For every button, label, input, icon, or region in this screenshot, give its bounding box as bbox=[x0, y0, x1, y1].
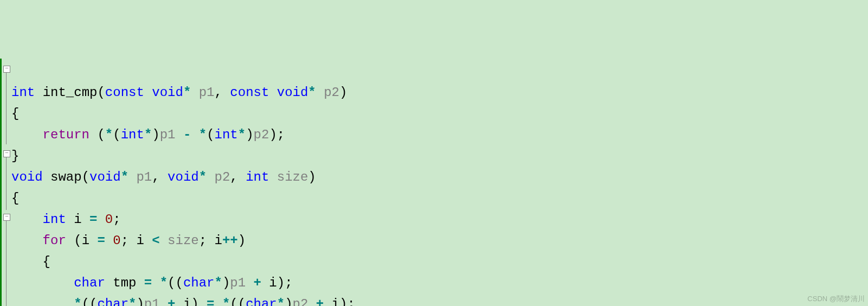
fold-box-icon[interactable]: − bbox=[3, 150, 10, 157]
code-area: int int_cmp(const void* p1, const void* … bbox=[11, 59, 868, 306]
code-editor: − − − int int_cmp(const void* p1, const … bbox=[0, 59, 868, 306]
code-line: int int_cmp(const void* p1, const void* … bbox=[11, 82, 868, 103]
code-line: return (*(int*)p1 - *(int*)p2); bbox=[11, 124, 868, 145]
code-line: for (i = 0; i < size; i++) bbox=[11, 230, 868, 251]
code-line: void swap(void* p1, void* p2, int size) bbox=[11, 167, 868, 188]
code-line: int i = 0; bbox=[11, 209, 868, 230]
fold-box-icon[interactable]: − bbox=[3, 214, 10, 221]
code-line: } bbox=[11, 145, 868, 167]
fold-gutter: − − − bbox=[0, 59, 11, 306]
code-line: { bbox=[11, 103, 868, 124]
code-line: { bbox=[11, 251, 868, 272]
code-line: char tmp = *((char*)p1 + i); bbox=[11, 272, 868, 294]
code-line: { bbox=[11, 188, 868, 209]
fold-box-icon[interactable]: − bbox=[3, 66, 10, 73]
code-line: *((char*)p1 + i) = *((char*)p2 + i); bbox=[11, 294, 868, 306]
watermark: CSDN @鬧梦清川 bbox=[807, 294, 865, 304]
